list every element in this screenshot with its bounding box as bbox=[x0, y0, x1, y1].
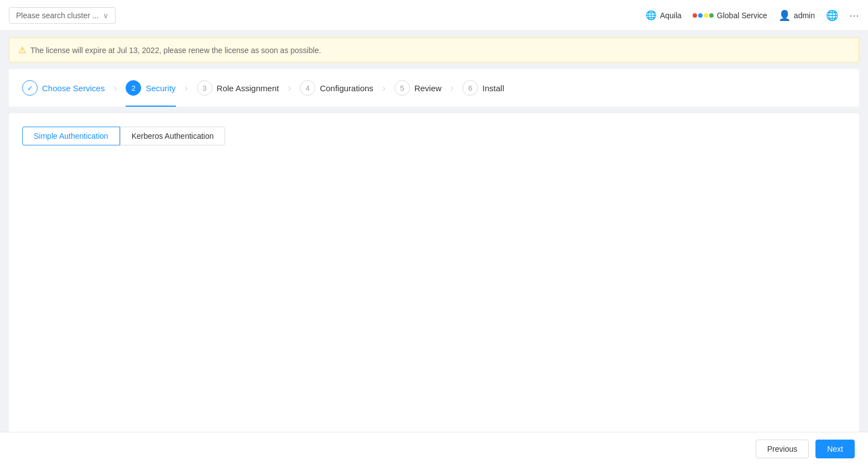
auth-tabs: Simple Authentication Kerberos Authentic… bbox=[22, 127, 846, 145]
step-1-label: Choose Services bbox=[42, 83, 105, 93]
step-4-label: Configurations bbox=[320, 83, 373, 93]
dot-blue bbox=[698, 13, 703, 18]
admin-item[interactable]: 👤 admin bbox=[778, 9, 815, 22]
globe-icon: 🌐 bbox=[826, 9, 838, 22]
global-service-label: Global Service bbox=[717, 11, 767, 20]
chevron-down-icon: ∨ bbox=[103, 11, 108, 20]
aquila-icon: 🌐 bbox=[646, 10, 657, 20]
user-icon: 👤 bbox=[778, 9, 791, 22]
global-service-icon bbox=[693, 13, 714, 18]
step-2-underline bbox=[126, 106, 175, 107]
main-content: Simple Authentication Kerberos Authentic… bbox=[9, 113, 859, 432]
step-6-circle: 6 bbox=[462, 80, 478, 96]
license-banner: ⚠ The license will expire at Jul 13, 202… bbox=[9, 38, 859, 62]
divider-4: › bbox=[382, 82, 386, 94]
step-3-circle: 3 bbox=[197, 80, 212, 96]
aquila-label: Aquila bbox=[660, 11, 682, 20]
dot-red bbox=[693, 13, 697, 18]
step-2-label: Security bbox=[145, 83, 175, 93]
dot-green bbox=[709, 13, 714, 18]
global-service-item[interactable]: Global Service bbox=[693, 11, 767, 20]
step-5-circle: 5 bbox=[394, 80, 410, 96]
next-button[interactable]: Next bbox=[815, 440, 855, 458]
step-review[interactable]: 5 Review bbox=[394, 80, 441, 96]
step-role-assignment[interactable]: 3 Role Assignment bbox=[197, 80, 279, 96]
header-right: 🌐 Aquila Global Service 👤 admin 🌐 ⋯ bbox=[646, 9, 859, 22]
divider-1: › bbox=[113, 82, 117, 94]
cluster-select-text: Please search cluster ... bbox=[16, 11, 98, 20]
header: Please search cluster ... ∨ 🌐 Aquila Glo… bbox=[0, 0, 868, 31]
step-4-circle: 4 bbox=[300, 80, 315, 96]
step-3-label: Role Assignment bbox=[217, 83, 279, 93]
divider-5: › bbox=[450, 82, 454, 94]
dot-yellow bbox=[704, 13, 708, 18]
step-configurations[interactable]: 4 Configurations bbox=[300, 80, 373, 96]
simple-auth-tab[interactable]: Simple Authentication bbox=[22, 127, 120, 145]
banner-text: The license will expire at Jul 13, 2022,… bbox=[30, 46, 321, 55]
step-6-label: Install bbox=[482, 83, 504, 93]
aquila-item[interactable]: 🌐 Aquila bbox=[646, 10, 682, 20]
step-2-circle: 2 bbox=[126, 80, 141, 96]
ellipsis-icon: ⋯ bbox=[849, 9, 859, 22]
divider-2: › bbox=[185, 82, 188, 94]
step-1-circle: ✓ bbox=[22, 80, 38, 96]
step-security[interactable]: 2 Security bbox=[126, 80, 175, 96]
step-5-label: Review bbox=[414, 83, 441, 93]
divider-3: › bbox=[288, 82, 291, 94]
step-choose-services[interactable]: ✓ Choose Services bbox=[22, 80, 105, 96]
warning-icon: ⚠ bbox=[18, 45, 26, 55]
admin-label: admin bbox=[794, 11, 815, 20]
steps-container: ✓ Choose Services › 2 Security › 3 Role … bbox=[9, 69, 859, 107]
cluster-select[interactable]: Please search cluster ... ∨ bbox=[9, 7, 116, 24]
header-left: Please search cluster ... ∨ bbox=[9, 7, 116, 24]
kerberos-auth-tab[interactable]: Kerberos Authentication bbox=[120, 127, 226, 145]
more-item[interactable]: ⋯ bbox=[849, 9, 859, 22]
step-install[interactable]: 6 Install bbox=[462, 80, 504, 96]
footer: Previous Next bbox=[0, 432, 868, 465]
previous-button[interactable]: Previous bbox=[756, 440, 809, 458]
globe-item[interactable]: 🌐 bbox=[826, 9, 838, 22]
